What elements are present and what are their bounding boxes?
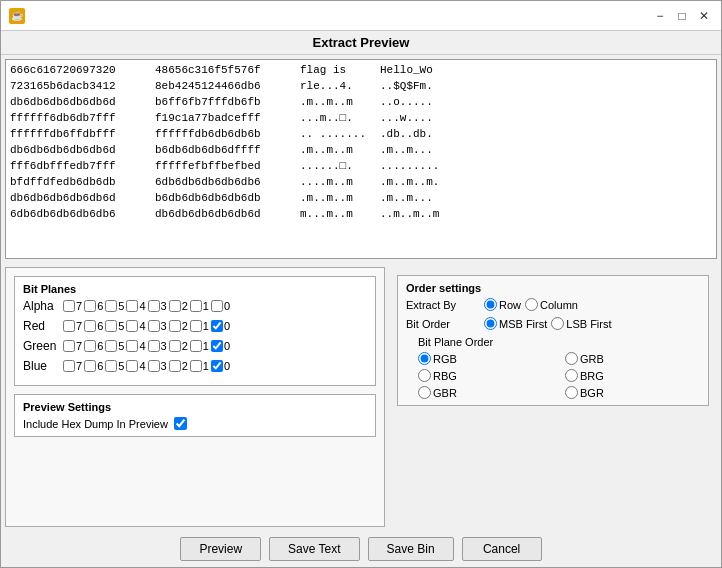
extract-by-row: Extract By Row Column — [406, 298, 700, 311]
bit-plane-order-radio-rgb[interactable] — [418, 352, 431, 365]
bit-checkbox-red-6[interactable] — [84, 320, 96, 332]
bit-checkbox-green-1[interactable] — [190, 340, 202, 352]
bit-checkbox-green-0[interactable] — [211, 340, 223, 352]
bit-label-alpha-0: 0 — [224, 300, 230, 312]
bit-label-alpha-4: 4 — [139, 300, 145, 312]
bit-checkbox-blue-1[interactable] — [190, 360, 202, 372]
save-text-button[interactable]: Save Text — [269, 537, 359, 561]
bit-item-red-2: 2 — [169, 320, 188, 332]
minimize-button[interactable]: − — [651, 7, 669, 25]
bit-checkbox-green-2[interactable] — [169, 340, 181, 352]
bit-plane-order-label-bgr: BGR — [580, 387, 604, 399]
preview-button[interactable]: Preview — [180, 537, 261, 561]
bit-row-blue: Blue76543210 — [23, 359, 367, 373]
include-hex-row: Include Hex Dump In Preview — [23, 417, 367, 430]
bit-checkbox-alpha-4[interactable] — [126, 300, 138, 312]
bit-checkbox-red-0[interactable] — [211, 320, 223, 332]
bit-checkbox-blue-4[interactable] — [126, 360, 138, 372]
bit-checkbox-blue-7[interactable] — [63, 360, 75, 372]
bit-checkbox-blue-3[interactable] — [148, 360, 160, 372]
bit-plane-order-radio-bgr[interactable] — [565, 386, 578, 399]
bit-checkbox-red-3[interactable] — [148, 320, 160, 332]
preview-row: 666c616720697320 48656c316f5f576f flag i… — [10, 62, 712, 78]
preview-row: 6db6db6db6db6db6 db6db6db6db6db6d m...m.… — [10, 206, 712, 222]
bit-checkbox-alpha-1[interactable] — [190, 300, 202, 312]
bit-plane-order-radio-gbr[interactable] — [418, 386, 431, 399]
bit-item-green-3: 3 — [148, 340, 167, 352]
bit-item-red-3: 3 — [148, 320, 167, 332]
bit-label-alpha-1: 1 — [203, 300, 209, 312]
include-hex-checkbox[interactable] — [174, 417, 187, 430]
panel-title: Extract Preview — [1, 31, 721, 55]
bottom-section: Bit Planes Alpha76543210Red76543210Green… — [1, 263, 721, 531]
preview-area[interactable]: 666c616720697320 48656c316f5f576f flag i… — [5, 59, 717, 259]
bit-item-alpha-6: 6 — [84, 300, 103, 312]
bit-item-green-5: 5 — [105, 340, 124, 352]
include-hex-label: Include Hex Dump In Preview — [23, 418, 168, 430]
close-button[interactable]: ✕ — [695, 7, 713, 25]
bit-plane-order-item-brg: BRG — [565, 369, 700, 382]
bit-checkbox-blue-5[interactable] — [105, 360, 117, 372]
bit-planes-label: Bit Planes — [23, 283, 367, 295]
bit-checkbox-alpha-0[interactable] — [211, 300, 223, 312]
preview-row: db6db6db6db6db6d b6db6db6db6dffff .m..m.… — [10, 142, 712, 158]
bit-item-blue-4: 4 — [126, 360, 145, 372]
bit-checkbox-blue-2[interactable] — [169, 360, 181, 372]
bit-checkbox-blue-0[interactable] — [211, 360, 223, 372]
bit-label-blue-2: 2 — [182, 360, 188, 372]
bit-checkbox-alpha-5[interactable] — [105, 300, 117, 312]
save-bin-button[interactable]: Save Bin — [368, 537, 454, 561]
bit-label-red-3: 3 — [161, 320, 167, 332]
lsb-radio[interactable] — [551, 317, 564, 330]
window-controls: − □ ✕ — [651, 7, 713, 25]
bit-item-alpha-7: 7 — [63, 300, 82, 312]
bit-item-blue-5: 5 — [105, 360, 124, 372]
bit-item-blue-7: 7 — [63, 360, 82, 372]
bit-checkbox-green-5[interactable] — [105, 340, 117, 352]
bit-label-blue-0: 0 — [224, 360, 230, 372]
bit-planes-section: Bit Planes Alpha76543210Red76543210Green… — [14, 276, 376, 386]
bit-plane-order-item-rgb: RGB — [418, 352, 553, 365]
bit-checkbox-red-1[interactable] — [190, 320, 202, 332]
bit-label-green-6: 6 — [97, 340, 103, 352]
maximize-button[interactable]: □ — [673, 7, 691, 25]
bit-checkbox-red-2[interactable] — [169, 320, 181, 332]
bit-checkbox-alpha-3[interactable] — [148, 300, 160, 312]
cancel-button[interactable]: Cancel — [462, 537, 542, 561]
bit-label-alpha-7: 7 — [76, 300, 82, 312]
left-panel: Bit Planes Alpha76543210Red76543210Green… — [5, 267, 385, 527]
msb-radio-item: MSB First — [484, 317, 547, 330]
bit-label-alpha-2: 2 — [182, 300, 188, 312]
bit-checkbox-green-3[interactable] — [148, 340, 160, 352]
bit-checkbox-alpha-6[interactable] — [84, 300, 96, 312]
bit-checkbox-green-7[interactable] — [63, 340, 75, 352]
bit-checkbox-alpha-2[interactable] — [169, 300, 181, 312]
bit-checkbox-red-4[interactable] — [126, 320, 138, 332]
bit-checkbox-green-4[interactable] — [126, 340, 138, 352]
bit-checkbox-red-7[interactable] — [63, 320, 75, 332]
bit-plane-order-label-rbg: RBG — [433, 370, 457, 382]
bit-checkbox-red-5[interactable] — [105, 320, 117, 332]
bit-checkbox-blue-6[interactable] — [84, 360, 96, 372]
column-radio[interactable] — [525, 298, 538, 311]
bit-planes-rows: Alpha76543210Red76543210Green76543210Blu… — [23, 299, 367, 373]
bit-checkbox-green-6[interactable] — [84, 340, 96, 352]
bit-item-blue-2: 2 — [169, 360, 188, 372]
bit-plane-order-section: Bit Plane Order RGBGRBRBGBRGGBRBGR — [406, 336, 700, 399]
bit-plane-order-radio-brg[interactable] — [565, 369, 578, 382]
extract-by-label: Extract By — [406, 299, 476, 311]
bit-item-blue-3: 3 — [148, 360, 167, 372]
bit-plane-order-radio-rbg[interactable] — [418, 369, 431, 382]
bit-item-red-1: 1 — [190, 320, 209, 332]
row-radio[interactable] — [484, 298, 497, 311]
bit-plane-order-radio-grb[interactable] — [565, 352, 578, 365]
preview-row: db6db6db6db6db6d b6db6db6db6db6db .m..m.… — [10, 190, 712, 206]
bit-checkbox-alpha-7[interactable] — [63, 300, 75, 312]
msb-radio[interactable] — [484, 317, 497, 330]
order-settings-label: Order settings — [406, 282, 700, 294]
bit-plane-order-label-brg: BRG — [580, 370, 604, 382]
bit-item-red-0: 0 — [211, 320, 230, 332]
preview-row: 723165b6dacb3412 8eb4245124466db6 rle...… — [10, 78, 712, 94]
bit-item-alpha-1: 1 — [190, 300, 209, 312]
preview-settings-section: Preview Settings Include Hex Dump In Pre… — [14, 394, 376, 437]
